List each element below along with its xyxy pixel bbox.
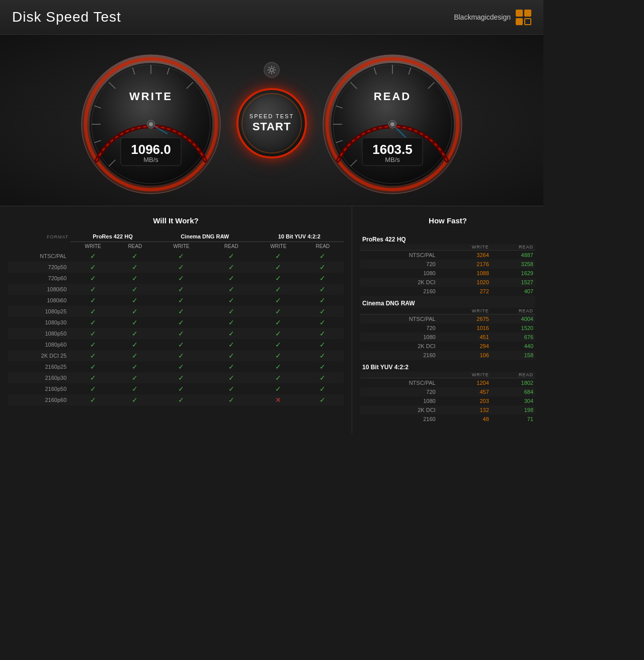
svg-text:1096.0: 1096.0: [131, 142, 171, 157]
check-cell: ✓: [155, 361, 208, 372]
fast-data-row: 72010161520: [360, 323, 535, 333]
fast-group-row: 10 Bit YUV 4:2:2: [360, 360, 535, 372]
check-cell: ✓: [70, 328, 115, 339]
center-controls: SPEED TEST START: [236, 62, 307, 158]
fast-write-value: 457: [441, 387, 491, 396]
check-cell: ✓: [155, 350, 208, 361]
check-cell: ✓: [70, 339, 115, 350]
settings-button[interactable]: [264, 62, 280, 78]
check-icon: ✓: [228, 274, 234, 282]
check-icon: ✓: [132, 285, 138, 293]
gauges-section: WRITE 1096.0 MB/s: [0, 35, 543, 206]
fast-table: ProRes 422 HQWRITEREADNTSC/PAL3264488772…: [360, 232, 535, 424]
fast-read-header: READ: [491, 244, 535, 251]
write-gauge: WRITE 1096.0 MB/s: [75, 50, 226, 191]
check-icon: ✓: [319, 285, 326, 293]
check-icon: ✓: [132, 318, 138, 326]
check-cell: ✓: [255, 383, 302, 394]
fast-write-value: 106: [441, 351, 491, 360]
fast-row-label: 720: [360, 387, 441, 396]
will-it-work-panel: Will It Work? FORMAT ProRes 422 HQ Cinem…: [0, 206, 352, 434]
check-icon: ✓: [90, 396, 96, 404]
check-icon: ✓: [319, 363, 326, 371]
check-icon: ✓: [132, 341, 138, 349]
check-cell: ✓: [115, 273, 155, 284]
logo-dot-3: [516, 18, 523, 25]
check-cell: ✓: [208, 262, 255, 273]
fast-write-value: 451: [441, 333, 491, 342]
fast-write-value: 1204: [441, 378, 491, 388]
fast-row-label: 1080: [360, 333, 441, 342]
check-cell: ✓: [302, 350, 344, 361]
data-section: Will It Work? FORMAT ProRes 422 HQ Cinem…: [0, 206, 543, 434]
check-cell: ✓: [155, 273, 208, 284]
fast-read-value: 676: [491, 333, 535, 342]
table-row: 1080p60✓✓✓✓✓✓: [8, 339, 344, 350]
fast-col-label: [360, 244, 441, 251]
check-icon: ✓: [319, 352, 326, 360]
prores-header: ProRes 422 HQ: [70, 232, 154, 242]
check-cell: ✓: [115, 295, 155, 306]
check-cell: ✓: [255, 350, 302, 361]
check-cell: ✓: [115, 339, 155, 350]
fast-write-value: 294: [441, 342, 491, 351]
table-row: 720p50✓✓✓✓✓✓: [8, 262, 344, 273]
fast-write-value: 2675: [441, 314, 491, 324]
check-cell: ✓: [115, 372, 155, 383]
check-icon: ✓: [132, 385, 138, 393]
svg-text:MB/s: MB/s: [143, 156, 158, 163]
check-icon: ✓: [228, 396, 234, 404]
check-icon: ✓: [90, 274, 96, 282]
prores-write-header: WRITE: [70, 242, 115, 251]
check-icon: ✓: [132, 352, 138, 360]
check-cell: ✓: [115, 317, 155, 328]
check-icon: ✓: [319, 263, 326, 271]
check-cell: ✓: [302, 328, 344, 339]
check-icon: ✓: [90, 374, 96, 382]
check-cell: ✓: [208, 383, 255, 394]
fast-read-value: 440: [491, 342, 535, 351]
table-row: 2160p50✓✓✓✓✓✓: [8, 383, 344, 394]
fast-data-row: 2K DCI132198: [360, 405, 535, 415]
fast-read-value: 1802: [491, 378, 535, 388]
fast-write-value: 132: [441, 405, 491, 415]
check-cell: ✓: [115, 262, 155, 273]
check-cell: ✓: [155, 317, 208, 328]
check-cell: ✓: [302, 361, 344, 372]
start-button[interactable]: SPEED TEST START: [236, 88, 307, 158]
format-header: FORMAT: [8, 232, 70, 242]
fast-read-value: 4004: [491, 314, 535, 324]
check-cell: ✓: [208, 251, 255, 262]
check-cell: ✓: [255, 361, 302, 372]
check-cell: ✓: [208, 372, 255, 383]
check-cell: ✓: [70, 350, 115, 361]
check-icon: ✓: [319, 307, 326, 315]
table-row: 1080p50✓✓✓✓✓✓: [8, 328, 344, 339]
check-cell: ✓: [208, 339, 255, 350]
format-label: 720p50: [8, 262, 70, 273]
logo-dot-1: [516, 10, 523, 17]
check-cell: ✓: [302, 251, 344, 262]
fast-row-label: 2K DCI: [360, 278, 441, 287]
yuv-write-header: WRITE: [255, 242, 302, 251]
check-cell: ✓: [255, 328, 302, 339]
check-cell: ✓: [155, 339, 208, 350]
fast-data-row: 720457684: [360, 387, 535, 396]
check-cell: ✓: [302, 306, 344, 317]
check-icon: ✓: [178, 285, 184, 293]
cinema-header: Cinema DNG RAW: [155, 232, 255, 242]
check-cell: ✓: [70, 262, 115, 273]
table-row: 2160p60✓✓✓✓✕✓: [8, 394, 344, 405]
table-row: 2160p30✓✓✓✓✓✓: [8, 372, 344, 383]
fast-data-row: 2K DCI10201527: [360, 278, 535, 287]
check-icon: ✓: [90, 285, 96, 293]
check-cell: ✓: [115, 361, 155, 372]
table-row: 720p60✓✓✓✓✓✓: [8, 273, 344, 284]
fast-read-value: 71: [491, 415, 535, 424]
table-row: 1080p30✓✓✓✓✓✓: [8, 317, 344, 328]
check-icon: ✓: [132, 274, 138, 282]
fast-header-row: WRITEREAD: [360, 244, 535, 251]
check-icon: ✓: [178, 252, 184, 260]
check-cell: ✓: [208, 350, 255, 361]
check-icon: ✓: [178, 263, 184, 271]
